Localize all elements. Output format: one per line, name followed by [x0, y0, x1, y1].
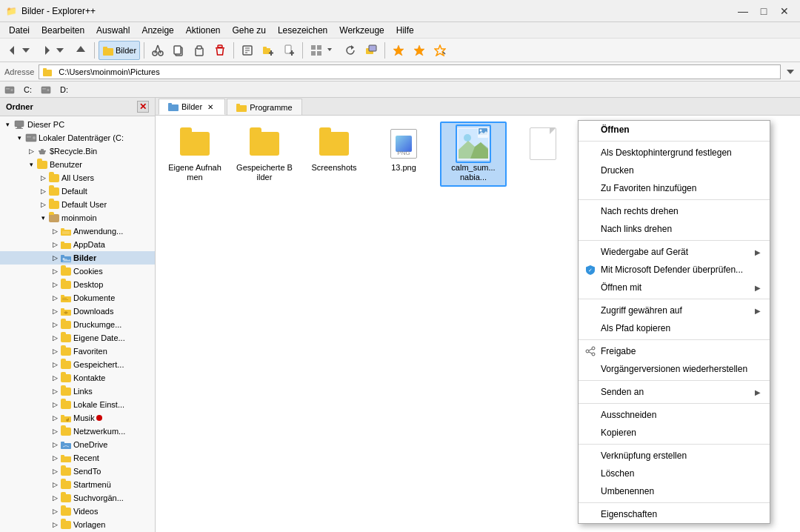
ctx-umbenennen[interactable]: Umbenennen [579, 482, 770, 500]
paste-button[interactable] [190, 41, 209, 60]
forward-button[interactable] [37, 41, 70, 60]
ctx-eigenschaften[interactable]: Eigenschaften [579, 505, 770, 523]
back-button[interactable] [3, 41, 36, 60]
ctx-label: Drucken [601, 165, 634, 176]
tree-item-benutzer[interactable]: ▾ Benutzer [0, 158, 155, 171]
tree-item-appdata[interactable]: ▷ AppData [0, 238, 155, 251]
tree-item-druckumge[interactable]: ▷ Druckumge... [0, 318, 155, 331]
tree-item-anwendung[interactable]: ▷ Anwendung... [0, 225, 155, 238]
svg-rect-58 [61, 228, 64, 230]
file-item-calm-sum[interactable]: calm_sum...nabia... [440, 122, 507, 187]
menu-hilfe[interactable]: Hilfe [390, 24, 420, 37]
properties-button[interactable] [238, 41, 257, 60]
ctx-offnen[interactable]: Öffnen [579, 121, 770, 139]
tree-item-onedrive[interactable]: ▷ OneDrive [0, 438, 155, 451]
ctx-offnen-mit[interactable]: Öffnen mit ▶ [579, 279, 770, 296]
up-button[interactable] [71, 41, 90, 60]
copy-button[interactable] [169, 41, 188, 60]
ctx-pfad-kopieren[interactable]: Als Pfad kopieren [579, 319, 770, 337]
tree-item-dieser-pc[interactable]: ▾ Dieser PC [0, 118, 155, 131]
menu-bearbeiten[interactable]: Bearbeiten [36, 24, 90, 37]
tree-item-recent[interactable]: ▷ Recent [0, 451, 155, 465]
minimize-button[interactable]: — [733, 3, 753, 19]
file-item-13png[interactable]: 13.png [370, 122, 437, 187]
refresh-button[interactable] [341, 41, 360, 60]
tree-item-sendto[interactable]: ▷ SendTo [0, 465, 155, 478]
delete-button[interactable] [210, 41, 230, 60]
tree-item-default[interactable]: ▷ Default [0, 184, 155, 198]
ctx-loschen[interactable]: Löschen [579, 465, 770, 482]
menu-anzeige[interactable]: Anzeige [136, 24, 179, 37]
tree-item-links[interactable]: ▷ Links [0, 385, 155, 398]
cut-button[interactable] [148, 41, 167, 60]
drive-c[interactable]: C: [21, 84, 35, 95]
menu-auswahl[interactable]: Auswahl [90, 24, 136, 37]
copy-path-button[interactable] [361, 41, 381, 60]
ctx-senden-an[interactable]: Senden an ▶ [579, 383, 770, 401]
tree-item-gespeichert[interactable]: ▷ Gespeichert... [0, 358, 155, 371]
svg-rect-30 [311, 51, 316, 56]
menu-werkzeuge[interactable]: Werkzeuge [333, 24, 390, 37]
file-item-gespeicherte-bilder[interactable]: Gespeicherte Bilder [231, 122, 298, 187]
maximize-button[interactable]: □ [754, 3, 773, 19]
tree-item-moinmoin[interactable]: ▾ moinmoin [0, 211, 155, 225]
drive-d[interactable]: D: [57, 84, 71, 95]
ctx-favoriten[interactable]: Zu Favoriten hinzufügen [579, 179, 770, 197]
tree-item-vorlagen[interactable]: ▷ Vorlagen [0, 518, 155, 531]
tab-close-button[interactable]: ✕ [205, 102, 216, 112]
tree-item-suchvorgan[interactable]: ▷ Suchvorgän... [0, 491, 155, 505]
tree-item-allusers[interactable]: ▷ All Users [0, 171, 155, 184]
ctx-defender[interactable]: ✓ Mit Microsoft Defender überprüfen... [579, 261, 770, 279]
ctx-drucken[interactable]: Drucken [579, 162, 770, 179]
file-item-eigene-aufnahmen[interactable]: Eigene Aufnahmen [161, 122, 228, 187]
sidebar-close-button[interactable]: ✕ [137, 101, 149, 113]
tree-item-lokaler[interactable]: ▾ Lokaler Datenträger (C: [0, 131, 155, 144]
tree-item-downloads[interactable]: ▷ Downloads [0, 305, 155, 318]
folder-button[interactable]: Bilder [99, 41, 140, 60]
tree-item-favoriten[interactable]: ▷ Favoriten [0, 345, 155, 358]
ctx-sep4 [579, 299, 770, 299]
ctx-verknupfung[interactable]: Verknüpfung erstellen [579, 447, 770, 465]
ctx-zugriff[interactable]: Zugriff gewähren auf ▶ [579, 302, 770, 319]
ctx-vorganger[interactable]: Vorgängerversionen wiederherstellen [579, 360, 770, 378]
ctx-freigabe[interactable]: Freigabe [579, 342, 770, 360]
ctx-ausschneiden[interactable]: Ausschneiden [579, 406, 770, 424]
tree-item-kontakte[interactable]: ▷ Kontakte [0, 371, 155, 385]
tree-item-musik[interactable]: ▷ Musik [0, 411, 155, 425]
tab-bilder[interactable]: Bilder ✕ [159, 99, 225, 115]
expand-icon: ▷ [49, 252, 61, 264]
tree-item-bilder[interactable]: ▷ Bilder [0, 251, 155, 265]
new-folder-button[interactable] [259, 41, 278, 60]
tree-item-cookies[interactable]: ▷ Cookies [0, 265, 155, 278]
favorites-manage[interactable] [430, 41, 450, 60]
menu-gehe-zu[interactable]: Gehe zu [227, 24, 272, 37]
address-dropdown-icon[interactable] [785, 67, 796, 77]
tree-item-eigene-date[interactable]: ▷ Eigene Date... [0, 331, 155, 345]
tree-item-desktop[interactable]: ▷ Desktop [0, 278, 155, 291]
ctx-rechts-drehen[interactable]: Nach rechts drehen [579, 202, 770, 220]
ctx-wiedergabe[interactable]: Wiedergabe auf Gerät ▶ [579, 243, 770, 261]
menu-datei[interactable]: Datei [3, 24, 36, 37]
menu-lesezeichen[interactable]: Lesezeichen [272, 24, 333, 37]
ctx-links-drehen[interactable]: Nach links drehen [579, 220, 770, 238]
menu-aktionen[interactable]: Aktionen [180, 24, 227, 37]
ctx-kopieren[interactable]: Kopieren [579, 424, 770, 442]
address-input[interactable] [56, 65, 780, 79]
tree-item-dokumente[interactable]: ▷ Dokumente [0, 291, 155, 305]
favorites-star2[interactable] [410, 41, 429, 60]
favorites-star1[interactable] [389, 41, 408, 60]
ctx-desktop-bg[interactable]: Als Desktophintergrund festlegen [579, 144, 770, 162]
file-item-screenshots[interactable]: Screenshots [301, 122, 367, 187]
tree-item-netzwerkum[interactable]: ▷ Netzwerkum... [0, 425, 155, 438]
tab-programme[interactable]: Programme [227, 99, 301, 115]
toolbar-separator-4 [302, 42, 303, 59]
tree-item-defaultuser[interactable]: ▷ Default User [0, 198, 155, 211]
tree-item-videos[interactable]: ▷ Videos [0, 505, 155, 518]
new-file-button[interactable] [279, 41, 299, 60]
file-item-blank[interactable] [510, 122, 576, 187]
close-button[interactable]: ✕ [775, 3, 794, 19]
tree-item-startmenu[interactable]: ▷ Startmenü [0, 478, 155, 491]
tree-item-lokale-einst[interactable]: ▷ Lokale Einst... [0, 398, 155, 411]
tree-item-recycle[interactable]: ▷ $Recycle.Bin [0, 144, 155, 158]
view-button[interactable] [307, 41, 339, 60]
